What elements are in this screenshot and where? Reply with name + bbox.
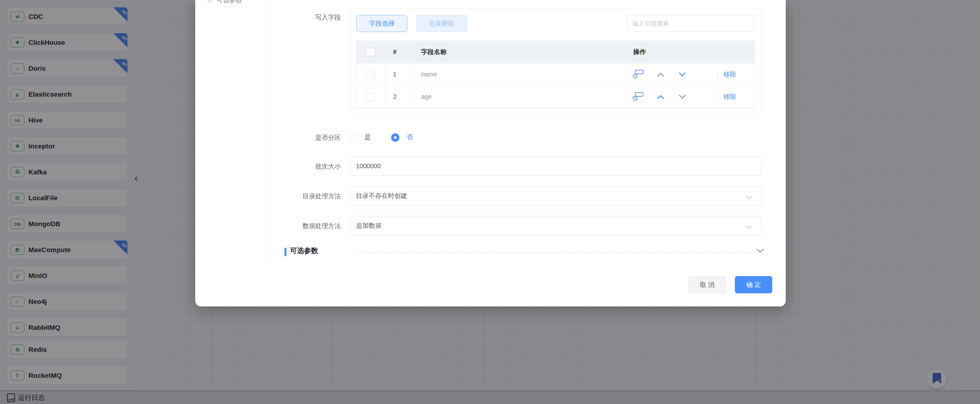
remove-field-link[interactable]: 移除 xyxy=(723,70,736,79)
remove-field-link[interactable]: 移除 xyxy=(723,92,736,101)
cancel-button[interactable]: 取 消 xyxy=(689,276,726,293)
chevron-down-icon xyxy=(746,223,752,231)
field-name-cell: name xyxy=(421,71,437,78)
insert-field-icon[interactable]: + xyxy=(633,92,643,101)
fields-table: # 字段名称 操作 1 name + 移除 2 age xyxy=(356,41,755,108)
data-method-value: 追加数据 xyxy=(356,221,382,230)
partition-label: 是否分区 xyxy=(277,133,341,142)
optional-params-title: 可选参数 xyxy=(290,246,318,255)
section-dashed-line xyxy=(355,252,755,253)
field-name-cell: age xyxy=(421,93,432,100)
field-select-button[interactable]: 字段选择 xyxy=(356,15,407,32)
move-down-icon[interactable] xyxy=(679,72,686,77)
index-column-header: # xyxy=(385,41,414,63)
move-up-icon[interactable] xyxy=(657,95,664,99)
dir-method-label: 目录处理方法 xyxy=(277,192,341,201)
batch-size-input[interactable] xyxy=(350,157,761,176)
data-method-label: 数据处理方法 xyxy=(277,221,341,230)
steps-divider xyxy=(272,0,272,268)
table-row: 1 name + 移除 xyxy=(356,63,755,86)
collapse-section-chevron-icon[interactable] xyxy=(756,248,764,254)
row-index: 2 xyxy=(385,86,414,108)
write-fields-label: 写入字段 xyxy=(277,13,341,22)
actions-divider xyxy=(717,93,718,101)
partition-yes-label[interactable]: 是 xyxy=(364,133,371,142)
table-header-row: # 字段名称 操作 xyxy=(356,41,755,63)
confirm-button[interactable]: 确 定 xyxy=(735,276,772,293)
step-dot xyxy=(207,0,212,3)
field-name-column-header: 字段名称 xyxy=(414,41,626,63)
dir-method-select[interactable]: 目录不存在时创建 xyxy=(350,186,761,206)
flow-editor-page: ⇄ CDC MT ❖ ClickHouse MT ◗ Doris MT ◭ El… xyxy=(0,0,980,404)
partition-no-label[interactable]: 否 xyxy=(406,133,413,142)
move-up-icon xyxy=(657,72,664,77)
select-all-checkbox[interactable] xyxy=(366,48,375,56)
actions-column-header: 操作 xyxy=(626,41,755,63)
move-down-icon xyxy=(679,95,686,99)
step-item-optional-params[interactable]: 可选参数 xyxy=(216,0,242,4)
chevron-down-icon xyxy=(746,193,752,201)
row-checkbox[interactable] xyxy=(366,70,375,79)
table-row: 2 age + 移除 xyxy=(356,86,755,108)
row-checkbox[interactable] xyxy=(366,93,375,101)
row-index: 1 xyxy=(385,63,414,86)
data-method-select[interactable]: 追加数据 xyxy=(350,216,761,235)
sink-config-modal: 可选参数 写入字段 是否分区 批次大小 目录处理方法 数据处理方法 字段选择 批… xyxy=(195,0,786,306)
dir-method-value: 目录不存在时创建 xyxy=(356,192,407,200)
insert-field-icon[interactable]: + xyxy=(633,70,643,79)
actions-divider xyxy=(717,71,718,79)
partition-no-radio[interactable] xyxy=(391,133,399,142)
section-accent-bar xyxy=(285,247,286,256)
partition-yes-radio[interactable] xyxy=(349,133,357,142)
batch-size-label: 批次大小 xyxy=(277,162,341,171)
batch-delete-button: 批量删除 xyxy=(416,15,467,32)
field-search-input[interactable] xyxy=(627,15,754,32)
